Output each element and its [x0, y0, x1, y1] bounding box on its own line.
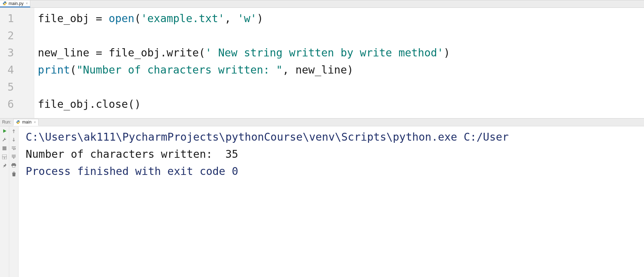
run-toolwindow-header: Run: main ×	[0, 119, 644, 126]
editor-tabstrip: main.py ×	[0, 0, 644, 8]
console-line: Number of characters written: 35	[26, 146, 644, 163]
code-line: new_line = file_obj.write(' New string w…	[38, 44, 644, 61]
svg-rect-2	[2, 146, 6, 150]
svg-point-0	[4, 2, 4, 2]
wrench-icon[interactable]	[1, 136, 8, 143]
editor-tab-label: main.py	[9, 1, 24, 6]
layout-icon[interactable]	[1, 153, 8, 160]
python-file-icon	[2, 1, 7, 6]
run-toolbar-secondary	[9, 126, 19, 277]
svg-rect-8	[12, 166, 15, 167]
code-line	[38, 27, 644, 44]
svg-point-1	[5, 5, 5, 5]
pin-icon[interactable]	[1, 162, 8, 168]
rerun-button[interactable]	[1, 128, 8, 134]
line-number: 3	[0, 44, 34, 61]
console-line: Process finished with exit code 0	[26, 163, 644, 180]
code-line: file_obj.close()	[38, 96, 644, 113]
code-line: file_obj = open('example.txt', 'w')	[38, 10, 644, 27]
line-number: 2	[0, 27, 34, 44]
close-icon[interactable]: ×	[33, 120, 36, 124]
run-toolbar-primary	[0, 126, 9, 277]
soft-wrap-icon[interactable]	[11, 145, 17, 151]
up-arrow-icon[interactable]	[11, 128, 17, 134]
print-icon[interactable]	[11, 162, 17, 168]
down-arrow-icon[interactable]	[11, 136, 17, 143]
svg-rect-6	[12, 163, 15, 164]
code-line	[38, 79, 644, 96]
code-editor[interactable]: file_obj = open('example.txt', 'w') new_…	[34, 8, 644, 118]
console-output[interactable]: C:\Users\ak111\PycharmProjects\pythonCou…	[19, 126, 644, 277]
code-line: print("Number of characters written: ", …	[38, 61, 644, 79]
line-number: 1	[0, 10, 34, 27]
run-toolwindow-body: C:\Users\ak111\PycharmProjects\pythonCou…	[0, 126, 644, 277]
run-panel-label: Run:	[0, 119, 13, 126]
line-number: 4	[0, 61, 34, 79]
console-line: C:\Users\ak111\PycharmProjects\pythonCou…	[26, 129, 644, 146]
python-run-icon	[16, 120, 21, 125]
editor-area: 1 2 3 4 5 6 file_obj = open('example.txt…	[0, 8, 644, 119]
line-number: 6	[0, 96, 34, 113]
trash-icon[interactable]	[11, 171, 17, 177]
stop-button[interactable]	[1, 145, 8, 151]
line-number: 5	[0, 79, 34, 96]
scroll-to-end-icon[interactable]	[11, 153, 17, 160]
run-tab-main[interactable]: main ×	[13, 119, 38, 126]
run-tab-label: main	[22, 120, 31, 125]
close-icon[interactable]: ×	[25, 1, 28, 5]
editor-gutter: 1 2 3 4 5 6	[0, 8, 34, 118]
editor-tab-main-py[interactable]: main.py ×	[0, 0, 30, 7]
